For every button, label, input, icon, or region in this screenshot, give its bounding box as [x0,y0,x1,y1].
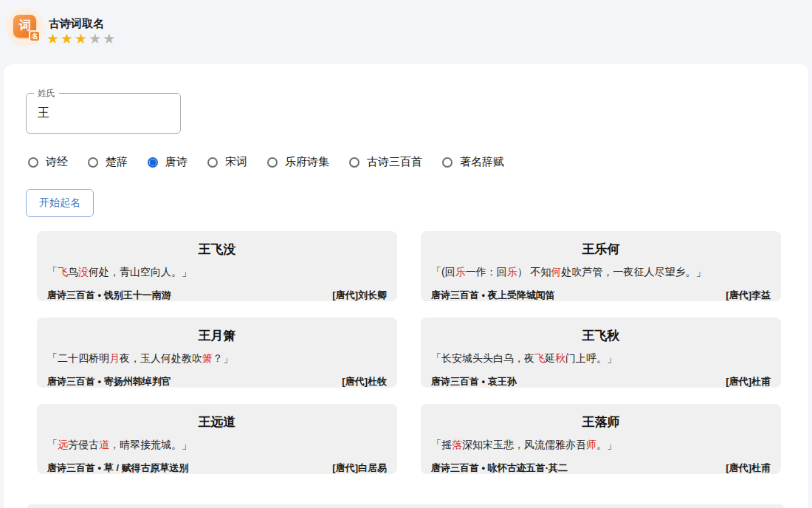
radio-label: 诗经 [46,155,68,169]
radio-icon[interactable] [207,157,218,168]
result-author: [唐代]杜牧 [342,375,387,388]
result-source: 唐诗三百首 • 饯别王十一南游 [47,289,171,302]
result-author: [唐代]杜甫 [726,375,771,388]
star-icon[interactable]: ★ [47,31,61,47]
highlighted-char: 飞 [58,266,68,278]
source-radio-option[interactable]: 宋词 [207,155,247,169]
result-footer: 唐诗三百首 • 哀王孙 [唐代]杜甫 [431,375,771,388]
radio-icon[interactable] [442,157,453,168]
result-quote: 「飞鸟没何处，青山空向人。」 [47,266,387,279]
app-logo-icon: 词 名 [6,8,44,47]
logo-badge-glyph: 名 [29,30,41,42]
main-panel: 姓氏 诗经 楚辞 唐诗 宋词 乐府诗集 古诗三百首 著名辞赋 开始起名 王飞没 … [4,64,808,508]
start-naming-button[interactable]: 开始起名 [26,189,94,217]
result-name: 王飞没 [47,241,387,258]
radio-label: 古诗三百首 [367,155,422,169]
highlighted-char: 没 [78,266,89,278]
result-footer: 唐诗三百首 • 夜上受降城闻笛 [唐代]李益 [431,289,771,302]
radio-icon[interactable] [28,157,38,168]
result-footer: 唐诗三百首 • 咏怀古迹五首·其二 [唐代]杜甫 [431,461,771,475]
highlighted-char: 道 [99,439,109,450]
result-footer: 唐诗三百首 • 草 / 赋得古原草送别 [唐代]白居易 [47,461,387,475]
radio-label: 乐府诗集 [285,155,329,169]
next-section-edge [27,504,784,508]
result-source: 唐诗三百首 • 夜上受降城闻笛 [431,289,555,302]
result-author: [唐代]李益 [726,289,771,302]
result-quote: 「远芳侵古道，晴翠接荒城。」 [47,439,387,452]
highlighted-char: 师 [586,439,596,450]
result-source: 唐诗三百首 • 哀王孙 [431,375,517,388]
source-radio-option[interactable]: 唐诗 [148,155,187,169]
star-icon[interactable]: ★ [75,31,89,47]
source-radio-option[interactable]: 楚辞 [88,155,128,169]
star-icon[interactable]: ★ [61,31,75,47]
result-quote: 「二十四桥明月夜，玉人何处教吹箫？」 [47,352,387,365]
result-footer: 唐诗三百首 • 饯别王十一南游 [唐代]刘长卿 [47,289,387,302]
radio-icon[interactable] [148,157,158,168]
highlighted-char: 落 [452,439,462,450]
result-name: 王月箫 [47,327,387,344]
radio-label: 宋词 [225,155,247,169]
result-quote: 「(回乐一作：回乐） 不知何处吹芦管，一夜征人尽望乡。」 [431,266,771,279]
highlighted-char: 月 [109,352,120,364]
radio-label: 楚辞 [106,155,128,169]
highlighted-char: 箫 [202,352,213,364]
result-card[interactable]: 王乐何 「(回乐一作：回乐） 不知何处吹芦管，一夜征人尽望乡。」 唐诗三百首 •… [421,231,781,301]
radio-label: 著名辞赋 [460,155,504,169]
radio-icon[interactable] [88,157,98,168]
star-rating[interactable]: ★★★★★ [47,31,117,47]
radio-label: 唐诗 [165,155,187,169]
result-card[interactable]: 王飞秋 「长安城头头白乌，夜飞延秋门上呼。」 唐诗三百首 • 哀王孙 [唐代]杜… [421,318,781,388]
surname-field[interactable]: 姓氏 [26,93,181,134]
source-radio-group: 诗经 楚辞 唐诗 宋词 乐府诗集 古诗三百首 著名辞赋 [28,155,504,169]
result-card[interactable]: 王月箫 「二十四桥明月夜，玉人何处教吹箫？」 唐诗三百首 • 寄扬州韩绰判官 [… [37,318,397,388]
source-radio-option[interactable]: 诗经 [28,155,68,169]
highlighted-char: 乐 [507,266,517,278]
result-quote: 「长安城头头白乌，夜飞延秋门上呼。」 [431,352,771,365]
result-name: 王飞秋 [431,327,771,344]
radio-icon[interactable] [349,157,359,168]
star-icon[interactable]: ★ [103,31,117,47]
result-source: 唐诗三百首 • 草 / 赋得古原草送别 [47,461,189,475]
result-source: 唐诗三百首 • 寄扬州韩绰判官 [47,375,171,388]
result-author: [唐代]杜甫 [726,461,771,475]
source-radio-option[interactable]: 乐府诗集 [267,155,329,169]
source-radio-option[interactable]: 古诗三百首 [349,155,422,169]
result-author: [唐代]刘长卿 [332,289,387,302]
result-card[interactable]: 王飞没 「飞鸟没何处，青山空向人。」 唐诗三百首 • 饯别王十一南游 [唐代]刘… [37,231,397,301]
radio-icon[interactable] [267,157,278,168]
result-author: [唐代]白居易 [332,461,387,475]
surname-input[interactable] [27,94,180,133]
result-name: 王乐何 [431,241,771,258]
page-title: 古诗词取名 [49,17,104,31]
result-source: 唐诗三百首 • 咏怀古迹五首·其二 [431,461,568,475]
result-card[interactable]: 王远道 「远芳侵古道，晴翠接荒城。」 唐诗三百首 • 草 / 赋得古原草送别 [… [37,404,397,474]
result-name: 王远道 [47,413,387,430]
highlighted-char: 秋 [555,352,565,364]
result-quote: 「摇落深知宋玉悲，风流儒雅亦吾师。」 [431,439,771,452]
highlighted-char: 远 [58,439,68,450]
result-name: 王落师 [431,413,771,430]
results-grid: 王飞没 「飞鸟没何处，青山空向人。」 唐诗三百首 • 饯别王十一南游 [唐代]刘… [37,231,781,474]
source-radio-option[interactable]: 著名辞赋 [442,155,504,169]
highlighted-char: 乐 [455,266,466,278]
result-footer: 唐诗三百首 • 寄扬州韩绰判官 [唐代]杜牧 [47,375,387,388]
highlighted-char: 何 [551,266,562,278]
star-icon[interactable]: ★ [89,31,103,47]
result-card[interactable]: 王落师 「摇落深知宋玉悲，风流儒雅亦吾师。」 唐诗三百首 • 咏怀古迹五首·其二… [421,404,781,474]
highlighted-char: 飞 [534,352,545,364]
